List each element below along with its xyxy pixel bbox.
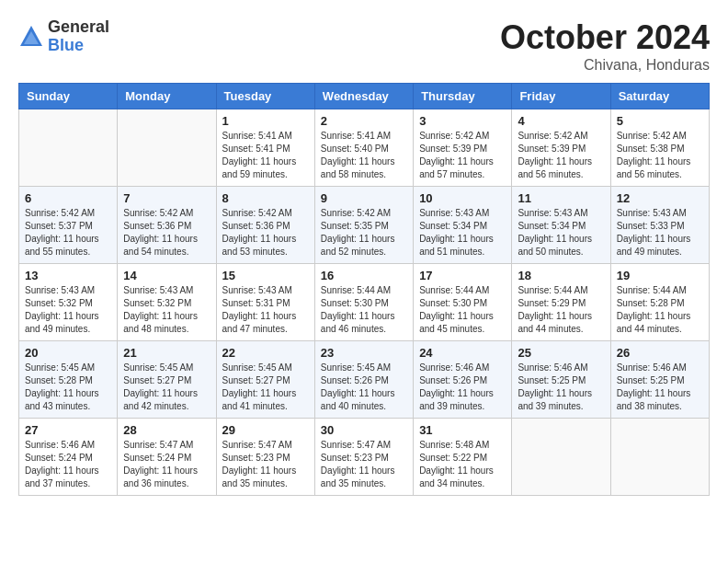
day-number: 22 xyxy=(222,346,309,360)
logo-icon xyxy=(18,24,44,50)
day-info: Sunrise: 5:41 AM Sunset: 5:41 PM Dayligh… xyxy=(222,130,309,181)
day-info: Sunrise: 5:44 AM Sunset: 5:30 PM Dayligh… xyxy=(419,284,506,336)
day-number: 16 xyxy=(321,269,407,282)
day-info: Sunrise: 5:46 AM Sunset: 5:24 PM Dayligh… xyxy=(25,439,111,490)
day-info: Sunrise: 5:42 AM Sunset: 5:35 PM Dayligh… xyxy=(321,207,407,259)
day-info: Sunrise: 5:43 AM Sunset: 5:31 PM Dayligh… xyxy=(222,284,309,336)
day-info: Sunrise: 5:46 AM Sunset: 5:25 PM Dayligh… xyxy=(518,362,604,413)
calendar-cell: 25Sunrise: 5:46 AM Sunset: 5:25 PM Dayli… xyxy=(512,341,610,419)
day-number: 27 xyxy=(25,423,111,437)
calendar-cell: 28Sunrise: 5:47 AM Sunset: 5:24 PM Dayli… xyxy=(118,419,216,496)
day-info: Sunrise: 5:45 AM Sunset: 5:27 PM Dayligh… xyxy=(222,362,309,413)
week-row-5: 27Sunrise: 5:46 AM Sunset: 5:24 PM Dayli… xyxy=(19,419,710,496)
day-number: 4 xyxy=(518,114,604,128)
calendar-cell: 18Sunrise: 5:44 AM Sunset: 5:29 PM Dayli… xyxy=(512,264,610,341)
header: General Blue October 2024 Chivana, Hondu… xyxy=(18,18,710,74)
day-number: 30 xyxy=(321,423,407,437)
calendar-cell: 30Sunrise: 5:47 AM Sunset: 5:23 PM Dayli… xyxy=(314,419,413,496)
day-info: Sunrise: 5:43 AM Sunset: 5:34 PM Dayligh… xyxy=(518,207,604,259)
day-number: 29 xyxy=(222,423,309,437)
calendar-cell: 20Sunrise: 5:45 AM Sunset: 5:28 PM Dayli… xyxy=(19,341,118,419)
day-header-wednesday: Wednesday xyxy=(314,84,413,109)
day-number: 12 xyxy=(617,191,703,205)
calendar-cell: 10Sunrise: 5:43 AM Sunset: 5:34 PM Dayli… xyxy=(414,187,512,264)
day-number: 6 xyxy=(25,191,111,205)
day-info: Sunrise: 5:44 AM Sunset: 5:29 PM Dayligh… xyxy=(518,284,604,336)
day-number: 8 xyxy=(222,191,309,205)
calendar-cell: 6Sunrise: 5:42 AM Sunset: 5:37 PM Daylig… xyxy=(19,187,118,264)
day-header-saturday: Saturday xyxy=(610,84,709,109)
calendar-cell: 23Sunrise: 5:45 AM Sunset: 5:26 PM Dayli… xyxy=(314,341,413,419)
day-header-friday: Friday xyxy=(512,84,610,109)
day-header-tuesday: Tuesday xyxy=(216,84,314,109)
day-number: 15 xyxy=(222,269,309,282)
day-number: 23 xyxy=(321,346,407,360)
day-number: 19 xyxy=(617,269,703,282)
day-number: 7 xyxy=(123,191,210,205)
calendar-cell xyxy=(19,109,118,187)
calendar-cell: 1Sunrise: 5:41 AM Sunset: 5:41 PM Daylig… xyxy=(216,109,314,187)
calendar-cell: 11Sunrise: 5:43 AM Sunset: 5:34 PM Dayli… xyxy=(512,187,610,264)
day-info: Sunrise: 5:42 AM Sunset: 5:39 PM Dayligh… xyxy=(518,130,604,181)
calendar-cell: 9Sunrise: 5:42 AM Sunset: 5:35 PM Daylig… xyxy=(314,187,413,264)
day-info: Sunrise: 5:42 AM Sunset: 5:37 PM Dayligh… xyxy=(25,207,111,259)
calendar-cell: 26Sunrise: 5:46 AM Sunset: 5:25 PM Dayli… xyxy=(610,341,709,419)
day-info: Sunrise: 5:42 AM Sunset: 5:36 PM Dayligh… xyxy=(222,207,309,259)
week-row-4: 20Sunrise: 5:45 AM Sunset: 5:28 PM Dayli… xyxy=(19,341,710,419)
title-section: October 2024 Chivana, Honduras xyxy=(500,18,710,74)
day-info: Sunrise: 5:44 AM Sunset: 5:28 PM Dayligh… xyxy=(617,284,703,336)
day-number: 10 xyxy=(419,191,506,205)
day-info: Sunrise: 5:46 AM Sunset: 5:25 PM Dayligh… xyxy=(617,362,703,413)
location-subtitle: Chivana, Honduras xyxy=(500,57,710,74)
day-number: 3 xyxy=(419,114,506,128)
week-row-1: 1Sunrise: 5:41 AM Sunset: 5:41 PM Daylig… xyxy=(19,109,710,187)
month-title: October 2024 xyxy=(500,18,710,57)
day-info: Sunrise: 5:42 AM Sunset: 5:38 PM Dayligh… xyxy=(617,130,703,181)
day-number: 11 xyxy=(518,191,604,205)
calendar-header-row: SundayMondayTuesdayWednesdayThursdayFrid… xyxy=(19,84,710,109)
calendar-cell: 3Sunrise: 5:42 AM Sunset: 5:39 PM Daylig… xyxy=(414,109,512,187)
day-number: 17 xyxy=(419,269,506,282)
day-number: 1 xyxy=(222,114,309,128)
calendar-cell: 2Sunrise: 5:41 AM Sunset: 5:40 PM Daylig… xyxy=(314,109,413,187)
day-info: Sunrise: 5:47 AM Sunset: 5:23 PM Dayligh… xyxy=(321,439,407,490)
calendar-cell: 8Sunrise: 5:42 AM Sunset: 5:36 PM Daylig… xyxy=(216,187,314,264)
calendar-cell: 16Sunrise: 5:44 AM Sunset: 5:30 PM Dayli… xyxy=(314,264,413,341)
day-info: Sunrise: 5:41 AM Sunset: 5:40 PM Dayligh… xyxy=(321,130,407,181)
day-number: 20 xyxy=(25,346,111,360)
calendar-cell: 17Sunrise: 5:44 AM Sunset: 5:30 PM Dayli… xyxy=(414,264,512,341)
logo-blue-text: Blue xyxy=(48,37,109,55)
day-header-sunday: Sunday xyxy=(19,84,118,109)
logo: General Blue xyxy=(18,18,109,55)
calendar-cell: 29Sunrise: 5:47 AM Sunset: 5:23 PM Dayli… xyxy=(216,419,314,496)
day-number: 26 xyxy=(617,346,703,360)
calendar-cell xyxy=(118,109,216,187)
day-info: Sunrise: 5:43 AM Sunset: 5:33 PM Dayligh… xyxy=(617,207,703,259)
calendar-cell: 27Sunrise: 5:46 AM Sunset: 5:24 PM Dayli… xyxy=(19,419,118,496)
day-info: Sunrise: 5:47 AM Sunset: 5:24 PM Dayligh… xyxy=(123,439,210,490)
day-header-monday: Monday xyxy=(118,84,216,109)
day-number: 18 xyxy=(518,269,604,282)
day-number: 2 xyxy=(321,114,407,128)
day-info: Sunrise: 5:48 AM Sunset: 5:22 PM Dayligh… xyxy=(419,439,506,490)
day-number: 5 xyxy=(617,114,703,128)
day-info: Sunrise: 5:42 AM Sunset: 5:39 PM Dayligh… xyxy=(419,130,506,181)
logo-general-text: General xyxy=(48,18,109,37)
day-number: 28 xyxy=(123,423,210,437)
day-info: Sunrise: 5:47 AM Sunset: 5:23 PM Dayligh… xyxy=(222,439,309,490)
day-number: 14 xyxy=(123,269,210,282)
day-info: Sunrise: 5:43 AM Sunset: 5:32 PM Dayligh… xyxy=(25,284,111,336)
day-info: Sunrise: 5:46 AM Sunset: 5:26 PM Dayligh… xyxy=(419,362,506,413)
calendar-table: SundayMondayTuesdayWednesdayThursdayFrid… xyxy=(18,83,710,496)
day-info: Sunrise: 5:43 AM Sunset: 5:34 PM Dayligh… xyxy=(419,207,506,259)
calendar-cell xyxy=(512,419,610,496)
calendar-cell: 7Sunrise: 5:42 AM Sunset: 5:36 PM Daylig… xyxy=(118,187,216,264)
day-info: Sunrise: 5:45 AM Sunset: 5:28 PM Dayligh… xyxy=(25,362,111,413)
day-number: 21 xyxy=(123,346,210,360)
day-header-thursday: Thursday xyxy=(414,84,512,109)
day-number: 31 xyxy=(419,423,506,437)
calendar-cell: 12Sunrise: 5:43 AM Sunset: 5:33 PM Dayli… xyxy=(610,187,709,264)
day-info: Sunrise: 5:42 AM Sunset: 5:36 PM Dayligh… xyxy=(123,207,210,259)
calendar-cell xyxy=(610,419,709,496)
day-info: Sunrise: 5:43 AM Sunset: 5:32 PM Dayligh… xyxy=(123,284,210,336)
